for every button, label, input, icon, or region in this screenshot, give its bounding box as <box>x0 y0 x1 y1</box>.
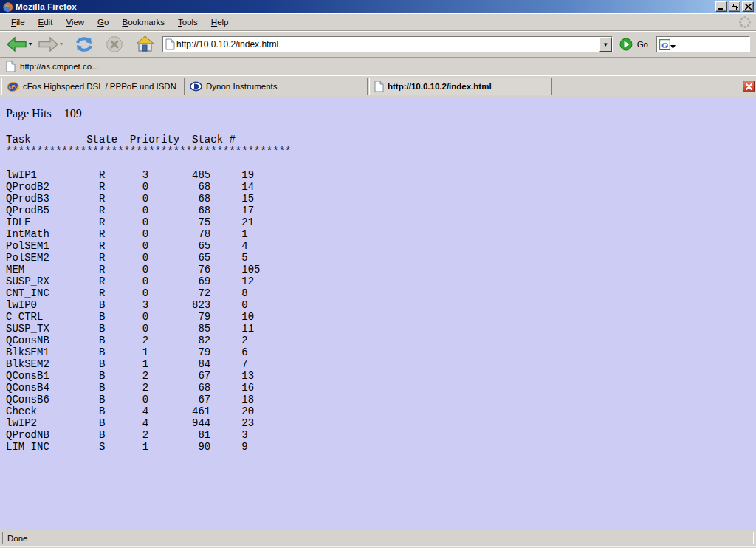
task-row: C_CTRL B 0 79 10 <box>6 311 756 323</box>
tab-label: http://10.0.10.2/index.html <box>388 82 492 91</box>
task-row: QConsB6 B 0 67 18 <box>6 394 756 405</box>
task-row: SUSP_TX B 0 85 11 <box>6 323 756 335</box>
url-dropdown-button[interactable]: ▼ <box>599 37 612 52</box>
home-icon <box>135 35 154 53</box>
task-row: lwIP0 B 3 823 0 <box>6 299 756 311</box>
home-button[interactable] <box>134 34 156 55</box>
page-icon <box>374 81 384 92</box>
page-hits-text: Page Hits = 109 <box>6 107 756 120</box>
forward-dropdown-icon[interactable]: ▾ <box>60 41 63 47</box>
menu-view[interactable]: View <box>59 16 91 28</box>
menu-file[interactable]: File <box>4 16 32 28</box>
task-row: QProdB5 R 0 68 17 <box>6 205 756 216</box>
forward-icon <box>37 36 59 52</box>
page-content: Page Hits = 109 Task State Priority Stac… <box>0 97 756 530</box>
close-tab-button[interactable] <box>743 81 755 92</box>
tab-bar: cFoscFos Highspeed DSL / PPPoE und ISDN … <box>0 75 756 97</box>
task-row: LIM_INC S 1 90 9 <box>6 441 756 453</box>
go-button[interactable]: Go <box>637 40 648 49</box>
reload-button[interactable] <box>73 34 95 55</box>
firefox-icon <box>2 1 13 13</box>
menu-edit[interactable]: Edit <box>32 16 60 28</box>
tab-label: Dynon Instruments <box>206 82 278 91</box>
task-row: QConsB1 B 2 67 13 <box>6 370 756 382</box>
stop-button[interactable] <box>104 34 125 55</box>
task-row: QProdNB B 2 81 3 <box>6 429 756 441</box>
url-input[interactable] <box>175 38 599 51</box>
throbber-icon <box>738 16 752 29</box>
tab-3[interactable]: http://10.0.10.2/index.html <box>369 78 552 95</box>
menu-help[interactable]: Help <box>205 16 236 28</box>
table-separator-row: ****************************************… <box>6 145 756 157</box>
task-row: BlkSEM1 B 1 79 6 <box>6 346 756 358</box>
page-icon <box>6 61 16 72</box>
search-box[interactable]: G <box>656 36 750 52</box>
task-row: QProdB2 R 0 68 14 <box>6 181 756 193</box>
tab-label: cFos Highspeed DSL / PPPoE und ISDN CAP.… <box>23 82 179 91</box>
close-icon <box>745 4 752 10</box>
menu-go[interactable]: Go <box>91 16 115 28</box>
close-button[interactable] <box>742 1 754 12</box>
minimize-button[interactable] <box>715 1 727 12</box>
dynon-icon <box>190 81 202 92</box>
search-input[interactable] <box>676 38 749 51</box>
navigation-toolbar: ▾ ▾ <box>0 31 756 58</box>
stop-icon <box>106 35 123 53</box>
back-dropdown-icon[interactable]: ▾ <box>29 41 32 47</box>
window-title: Mozilla Firefox <box>16 2 77 11</box>
task-row: CNT_INC R 0 72 8 <box>6 287 756 299</box>
menu-tools[interactable]: Tools <box>171 16 205 28</box>
tab-1[interactable]: cFoscFos Highspeed DSL / PPPoE und ISDN … <box>1 78 185 95</box>
task-row: lwIP2 B 4 944 23 <box>6 417 756 429</box>
minimize-icon <box>718 4 724 10</box>
task-row: BlkSEM2 B 1 84 7 <box>6 358 756 370</box>
task-row: IntMath R 0 78 1 <box>6 228 756 240</box>
cfos-icon: cFos <box>7 81 19 92</box>
status-bar: Done <box>0 530 756 546</box>
tab-2[interactable]: Dynon Instruments <box>185 78 368 95</box>
task-row: QConsNB B 2 82 2 <box>6 335 756 346</box>
blank-row <box>6 157 756 169</box>
menu-bookmarks[interactable]: Bookmarks <box>115 16 171 28</box>
svg-text:cFos: cFos <box>8 83 19 90</box>
menu-bar: FileEditViewGoBookmarksToolsHelp <box>0 13 756 31</box>
browser-window: Mozilla Firefox FileEditViewGoBookmarksT… <box>0 0 756 548</box>
reload-icon <box>75 35 94 53</box>
table-header-row: Task State Priority Stack # <box>6 134 756 145</box>
back-button[interactable]: ▾ <box>4 35 33 54</box>
restore-icon <box>732 4 738 10</box>
task-row: Check B 4 461 20 <box>6 405 756 417</box>
task-row: QProdB3 R 0 68 15 <box>6 193 756 205</box>
status-text: Done <box>7 534 28 543</box>
status-panel: Done <box>2 532 754 544</box>
forward-button[interactable]: ▾ <box>35 35 64 54</box>
close-tab-icon <box>746 83 752 90</box>
google-icon[interactable]: G <box>659 39 670 50</box>
bookmarks-toolbar: http://as.cmpnet.co... <box>0 58 756 75</box>
go-icon[interactable] <box>619 38 633 51</box>
restore-button[interactable] <box>729 1 740 12</box>
task-row: PolSEM1 R 0 65 4 <box>6 240 756 252</box>
task-row: QConsB4 B 2 68 16 <box>6 382 756 394</box>
bookmark-item[interactable]: http://as.cmpnet.co... <box>20 62 99 71</box>
task-row: MEM R 0 76 105 <box>6 264 756 275</box>
back-icon <box>6 36 28 52</box>
task-row: PolSEM2 R 0 65 5 <box>6 252 756 264</box>
page-icon <box>165 38 175 50</box>
search-dropdown-icon[interactable] <box>670 45 676 49</box>
title-bar: Mozilla Firefox <box>0 0 756 13</box>
task-row: IDLE R 0 75 21 <box>6 216 756 228</box>
task-row: SUSP_RX R 0 69 12 <box>6 275 756 287</box>
url-bar[interactable]: ▼ <box>162 36 613 52</box>
task-row: lwIP1 R 3 485 19 <box>6 169 756 181</box>
task-table: Task State Priority Stack #*************… <box>6 134 756 453</box>
